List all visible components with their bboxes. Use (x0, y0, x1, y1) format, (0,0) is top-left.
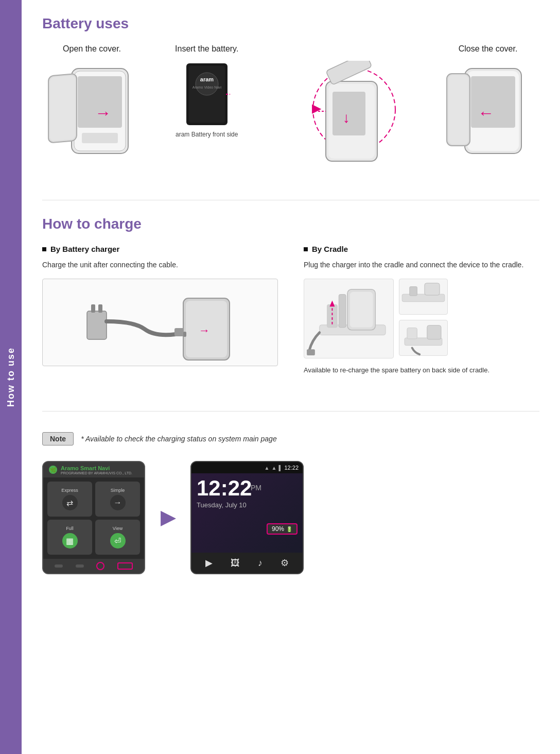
note-text: * Available to check the charging status… (81, 435, 277, 443)
cradle-main-container (304, 279, 394, 361)
bottom-dot-2 (76, 564, 84, 568)
battery-icon: ▌ (278, 465, 282, 471)
step1-image: → (42, 61, 142, 164)
phone-home-screen: ▲ ▲ ▌ 12:22 12:22 PM Tuesday, July 10 90… (190, 461, 304, 574)
svg-rect-35 (183, 332, 186, 337)
svg-rect-5 (50, 75, 75, 141)
svg-text:→: → (199, 324, 210, 337)
step-insert-battery: Insert the battery. aram Aramo Video Nav… (157, 44, 256, 138)
svg-marker-43 (329, 300, 335, 306)
simple-btn[interactable]: Simple → (95, 482, 140, 517)
svg-rect-40 (350, 292, 373, 328)
bottom-circle (96, 562, 104, 570)
step-close-cover: Close the cover. ← (436, 44, 539, 164)
svg-rect-45 (410, 287, 417, 296)
charge-columns: By Battery charger Charge the unit after… (42, 245, 539, 375)
cradle-small-2 (399, 320, 448, 356)
view-icon: ⏎ (110, 533, 126, 549)
step-insert-device: . ↓ ▶ (272, 44, 421, 164)
step2-image: aram Aramo Video Navi aram Battery front… (157, 61, 256, 138)
cradle-col: By Cradle Plug the charger into the crad… (304, 245, 539, 375)
svg-rect-49 (427, 325, 441, 339)
svg-rect-46 (425, 283, 440, 295)
battery-percent: 90% (272, 525, 284, 533)
note-images-row: 🌿 Aramo Smart Navi PROGRAMMED BY ARAMHUV… (42, 461, 539, 574)
time-status: 12:22 (284, 465, 299, 471)
section-divider-2 (42, 411, 539, 412)
cradle-note: Available to re-charge the spare battery… (304, 366, 539, 375)
svg-rect-30 (98, 304, 102, 313)
svg-rect-3 (82, 133, 118, 143)
app-top-bar: 🌿 Aramo Smart Navi PROGRAMMED BY ARAMHUV… (43, 462, 144, 477)
svg-rect-38 (339, 295, 346, 328)
full-btn[interactable]: Full ▦ (47, 520, 92, 555)
simple-label: Simple (111, 488, 125, 493)
cradle-desc: Plug the charger into the cradle and con… (304, 260, 539, 270)
wifi-icon: ▲ (271, 465, 276, 471)
app-subtitle: PROGRAMMED BY ARAMHUVIS CO., LTD. (61, 471, 132, 475)
charger-image-box: → (42, 279, 278, 366)
open-cover-svg: → (46, 61, 138, 164)
aramo-app-screen: 🌿 Aramo Smart Navi PROGRAMMED BY ARAMHUV… (42, 461, 145, 574)
note-bar: Note * Available to check the charging s… (42, 432, 539, 445)
charger-method-title: By Battery charger (42, 245, 278, 253)
svg-rect-28 (87, 311, 107, 339)
phone-status-bar: ▲ ▲ ▌ 12:22 (191, 462, 303, 473)
battery-uses-section: Battery uses Open the cover. (42, 15, 539, 164)
phone-battery-badge: 90% 🔋 (267, 523, 297, 535)
how-to-charge-section: How to charge By Battery charger Charge … (42, 216, 539, 375)
cradle-main-svg (304, 279, 394, 358)
play-icon: ▶ (205, 557, 213, 569)
express-btn[interactable]: Express ⇄ (47, 482, 92, 517)
svg-rect-41 (307, 349, 315, 355)
app-logo-icon: 🌿 (48, 465, 58, 474)
steps-row: Open the cover. → (42, 44, 539, 164)
sidebar: How to use (0, 0, 22, 754)
phone-date: Tuesday, July 10 (197, 501, 247, 509)
note-badge: Note (42, 432, 74, 445)
battery-front-label: aram Battery front side (176, 131, 238, 138)
sidebar-label: How to use (6, 347, 16, 407)
express-label: Express (61, 488, 78, 493)
bullet-icon (42, 247, 46, 251)
phone-bottom-icons: ▶ 🖼 ♪ ⚙ (191, 553, 303, 573)
charger-illustration: → (83, 283, 237, 363)
battery-charger-col: By Battery charger Charge the unit after… (42, 245, 278, 375)
bottom-dot-1 (55, 564, 63, 568)
step3-image: ← (436, 61, 539, 164)
insert-device-svg: ↓ ▶ (287, 61, 406, 164)
battery-icon-small: 🔋 (286, 526, 292, 532)
svg-rect-26 (448, 75, 468, 144)
gallery-icon: 🖼 (231, 558, 240, 569)
phone-time: 12:22 (197, 477, 252, 499)
note-section: Note * Available to check the charging s… (42, 432, 539, 574)
transition-arrow: ▶ (161, 507, 175, 528)
svg-text:←: ← (478, 104, 494, 122)
step3-label: Close the cover. (459, 44, 518, 54)
bullet-icon-2 (304, 247, 308, 251)
signal-icon: ▲ (265, 465, 270, 471)
battery-svg: aram Aramo Video Navi (184, 61, 230, 128)
step2-label: Insert the battery. (175, 44, 238, 54)
charger-desc: Charge the unit after connecting the cab… (42, 260, 278, 270)
phone-time-display: 12:22 PM Tuesday, July 10 90% 🔋 (191, 473, 303, 553)
svg-text:→: → (95, 104, 111, 122)
cradle-images-container (304, 279, 539, 361)
svg-text:▶: ▶ (312, 102, 322, 115)
battery-section-title: Battery uses (42, 15, 539, 32)
svg-text:↓: ↓ (343, 110, 350, 126)
svg-rect-29 (91, 304, 95, 313)
cradle-title-text: By Cradle (312, 245, 348, 253)
app-buttons-grid: Express ⇄ Simple → Full ▦ Vie (43, 477, 144, 559)
view-btn[interactable]: View ⏎ (95, 520, 140, 555)
section-divider (42, 200, 539, 200)
view-label: View (113, 526, 122, 531)
full-icon: ▦ (62, 533, 78, 549)
svg-rect-48 (407, 328, 417, 339)
close-cover-svg: ← (436, 61, 539, 164)
express-icon: ⇄ (62, 495, 78, 510)
phone-pm: PM (251, 484, 261, 492)
app-title-block: Aramo Smart Navi PROGRAMMED BY ARAMHUVIS… (61, 465, 132, 475)
music-icon: ♪ (258, 558, 262, 569)
svg-text:Aramo Video Navi: Aramo Video Navi (192, 85, 222, 89)
